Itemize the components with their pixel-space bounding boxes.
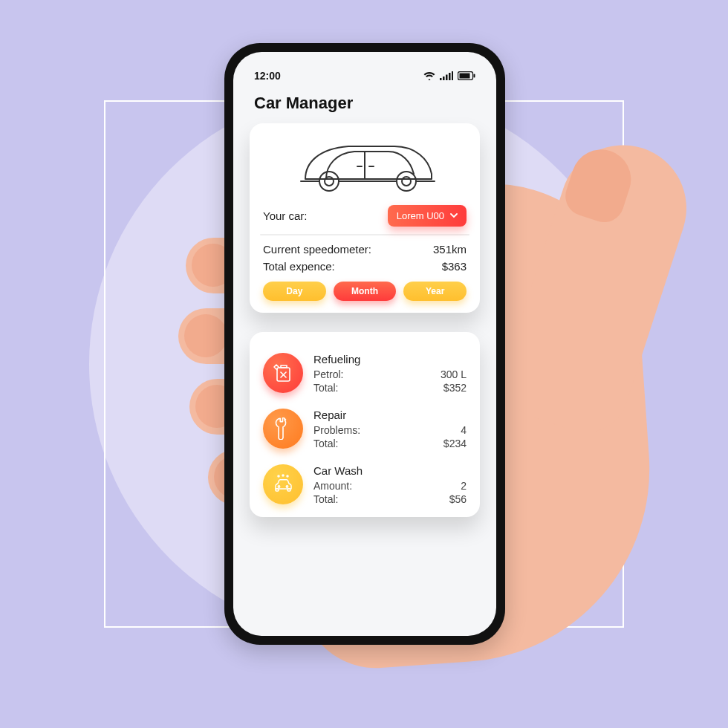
car-wash-icon <box>263 464 303 504</box>
period-day-button[interactable]: Day <box>263 282 326 301</box>
status-time: 12:00 <box>254 70 281 82</box>
fuel-can-icon <box>263 353 303 393</box>
svg-rect-1 <box>443 77 445 80</box>
expense-label: Total expence: <box>263 260 335 273</box>
svg-point-24 <box>278 486 279 487</box>
categories-card: Refueling Petrol:300 L Total:$352 Repair… <box>250 332 480 517</box>
refueling-total-label: Total: <box>313 382 338 394</box>
category-title: Repair <box>313 409 467 421</box>
category-refueling[interactable]: Refueling Petrol:300 L Total:$352 <box>263 353 467 395</box>
chevron-down-icon <box>450 213 458 218</box>
refueling-petrol-value: 300 L <box>441 368 467 380</box>
page-title: Car Manager <box>250 92 480 123</box>
repair-total-value: $234 <box>443 438 467 449</box>
svg-point-12 <box>325 177 334 186</box>
repair-problems-value: 4 <box>461 424 467 436</box>
period-year-button[interactable]: Year <box>403 282 467 301</box>
category-title: Car Wash <box>313 464 467 477</box>
signal-icon <box>440 71 453 80</box>
svg-point-14 <box>402 177 411 186</box>
svg-rect-3 <box>449 73 451 80</box>
category-carwash[interactable]: Car Wash Amount:2 Total:$56 <box>263 464 467 507</box>
car-icon <box>263 137 467 195</box>
expense-value: $363 <box>442 260 467 273</box>
car-summary-card: Your car: Lorem U00 Current speedometer:… <box>250 123 480 313</box>
speedometer-value: 351km <box>433 243 467 256</box>
svg-point-13 <box>397 172 416 191</box>
repair-total-label: Total: <box>313 438 338 449</box>
your-car-label: Your car: <box>263 209 307 222</box>
car-select-value: Lorem U00 <box>397 210 444 221</box>
speedometer-label: Current speedometer: <box>263 243 371 256</box>
status-bar: 12:00 <box>250 67 480 92</box>
wifi-icon <box>423 71 435 80</box>
svg-rect-4 <box>452 71 453 80</box>
app-screen: 12:00 Car Manager <box>233 52 496 636</box>
svg-rect-0 <box>440 78 442 80</box>
refueling-total-value: $352 <box>443 382 467 394</box>
battery-icon <box>458 71 475 80</box>
svg-rect-2 <box>446 75 448 81</box>
svg-rect-7 <box>474 74 475 78</box>
carwash-amount-value: 2 <box>461 480 467 492</box>
category-title: Refueling <box>313 353 467 365</box>
divider <box>260 234 469 235</box>
svg-point-25 <box>286 486 287 487</box>
svg-point-26 <box>278 475 279 477</box>
refueling-petrol-label: Petrol: <box>313 368 343 380</box>
svg-point-11 <box>319 172 339 191</box>
phone-frame: 12:00 Car Manager <box>224 43 505 645</box>
wrench-icon <box>263 409 303 449</box>
carwash-amount-label: Amount: <box>313 480 352 492</box>
svg-point-28 <box>287 475 288 477</box>
category-repair[interactable]: Repair Problems:4 Total:$234 <box>263 409 467 451</box>
carwash-total-label: Total: <box>313 493 338 505</box>
carwash-total-value: $56 <box>449 493 467 505</box>
svg-rect-6 <box>460 74 470 79</box>
repair-problems-label: Problems: <box>313 424 360 436</box>
car-select-dropdown[interactable]: Lorem U00 <box>388 205 467 227</box>
svg-point-27 <box>282 475 284 476</box>
period-month-button[interactable]: Month <box>334 282 397 301</box>
